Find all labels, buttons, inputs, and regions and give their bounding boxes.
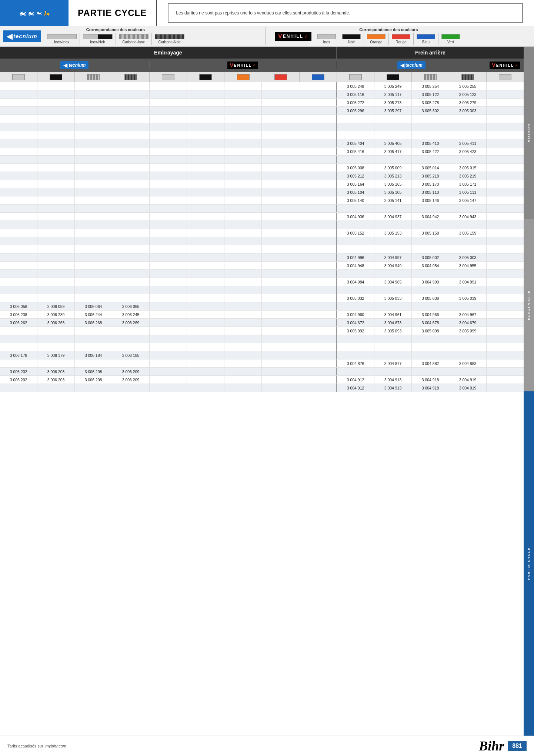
table-cell — [150, 343, 187, 351]
table-cell — [0, 196, 37, 204]
table-cell — [299, 188, 337, 196]
table-cell: 3 006 238 — [0, 311, 37, 318]
table-cell: 3 006 245 — [112, 311, 150, 318]
table-cell: 3 006 184 — [75, 351, 112, 359]
tecn-text-frein: tecnium — [405, 63, 423, 68]
table-cell — [299, 213, 337, 220]
table-cell — [262, 368, 299, 375]
tecn-opt-carbone-noir: Carbone-Noir — [152, 33, 187, 45]
table-cell: 3 004 985 — [374, 278, 412, 286]
table-cell — [75, 172, 112, 180]
table-cell — [75, 196, 112, 204]
table-row: 3 006 2623 006 2633 006 2683 006 2693 00… — [0, 319, 524, 327]
table-cell — [487, 327, 524, 335]
sw-venh-e3 — [237, 74, 250, 80]
table-cell: 3 005 014 — [412, 164, 449, 172]
table-row: 3 005 1163 005 1173 005 1223 005 123 — [0, 90, 524, 99]
table-cell: 3 005 272 — [337, 99, 374, 106]
table-cell — [187, 270, 224, 278]
table-cell: 3 005 153 — [374, 229, 412, 237]
table-cell — [374, 270, 412, 278]
table-cell — [37, 221, 75, 229]
table-cell — [112, 237, 150, 245]
tecn-opt-inox-noir: Inox-Noir — [80, 33, 116, 45]
table-cell — [187, 327, 224, 335]
table-cell — [75, 245, 112, 253]
table-cell — [187, 384, 224, 392]
sw-tecn-f4 — [461, 74, 474, 80]
table-cell — [150, 351, 187, 359]
table-cell — [150, 286, 187, 294]
table-cell — [224, 286, 262, 294]
table-cell — [262, 82, 299, 90]
table-cell — [187, 172, 224, 180]
table-row: 3 004 8763 004 8773 004 8823 004 883 — [0, 359, 524, 368]
table-cell — [262, 213, 299, 220]
table-cell — [150, 294, 187, 302]
table-cell — [299, 294, 337, 302]
table-cell: 3 005 111 — [449, 188, 487, 196]
table-cell — [187, 115, 224, 123]
table-cell — [224, 188, 262, 196]
venh-label-noir: Noir — [348, 40, 355, 44]
table-cell — [337, 335, 374, 343]
table-cell — [262, 229, 299, 237]
swatch-venh-inox — [317, 34, 336, 39]
table-row: 3 005 2483 005 2493 005 2543 005 255 — [0, 82, 524, 90]
table-cell: 3 005 159 — [449, 229, 487, 237]
venh-check-sub: ✓ — [253, 63, 256, 68]
table-cell — [487, 131, 524, 139]
table-cell — [224, 311, 262, 318]
table-cell — [412, 131, 449, 139]
table-cell: 3 005 171 — [449, 180, 487, 188]
table-cell: 3 004 943 — [449, 213, 487, 220]
table-cell — [150, 180, 187, 188]
table-cell — [487, 180, 524, 188]
table-cell — [262, 359, 299, 367]
sub-header-tecn-embr: ◀ tecnium — [0, 61, 150, 69]
table-cell: 3 004 967 — [449, 311, 487, 318]
table-cell — [374, 205, 412, 212]
table-cell — [37, 196, 75, 204]
table-cell — [374, 237, 412, 245]
table-cell: 3 004 949 — [374, 262, 412, 269]
table-row: 3 006 2023 006 2033 006 2083 006 209 — [0, 368, 524, 376]
sw-tecn-e4 — [124, 74, 137, 80]
table-cell: 3 005 117 — [374, 90, 412, 98]
table-cell — [187, 253, 224, 261]
table-cell — [150, 384, 187, 392]
table-cell — [0, 188, 37, 196]
table-cell: 3 004 954 — [412, 262, 449, 269]
moto-icon-2: 🏍 — [28, 9, 34, 17]
sc-tecn-f2 — [374, 72, 412, 82]
sc-tecn-e4 — [112, 72, 150, 82]
table-cell — [412, 302, 449, 310]
table-row — [0, 205, 524, 213]
table-cell: 3 005 122 — [412, 90, 449, 98]
table-cell — [150, 278, 187, 286]
venhill-color-options: Inox Noir Orange Rouge — [314, 33, 463, 45]
tecn-label-carbone-inox: Carbone-Inox — [122, 40, 145, 44]
page-title-area: PARTIE CYCLE — [69, 0, 157, 26]
sc-tecn-f1 — [337, 72, 374, 82]
table-cell — [187, 147, 224, 155]
tab-moteur-label: MOTEUR — [527, 123, 531, 142]
venh-opt-bleu: Bleu — [414, 33, 438, 45]
table-cell — [150, 368, 187, 375]
table-cell — [224, 180, 262, 188]
table-cell: 3 006 244 — [75, 311, 112, 318]
table-cell: 3 005 273 — [374, 99, 412, 106]
table-cell: 3 004 960 — [337, 311, 374, 318]
table-cell — [449, 368, 487, 375]
table-row — [0, 131, 524, 139]
table-cell: 3 004 678 — [412, 319, 449, 326]
venh-v-sub: V — [230, 62, 233, 68]
table-cell — [224, 368, 262, 375]
table-cell — [0, 205, 37, 212]
table-cell — [150, 327, 187, 335]
table-cell — [187, 213, 224, 220]
table-cell: 3 005 165 — [374, 180, 412, 188]
table-cell — [112, 294, 150, 302]
table-cell: 3 005 147 — [449, 196, 487, 204]
table-cell — [75, 213, 112, 220]
